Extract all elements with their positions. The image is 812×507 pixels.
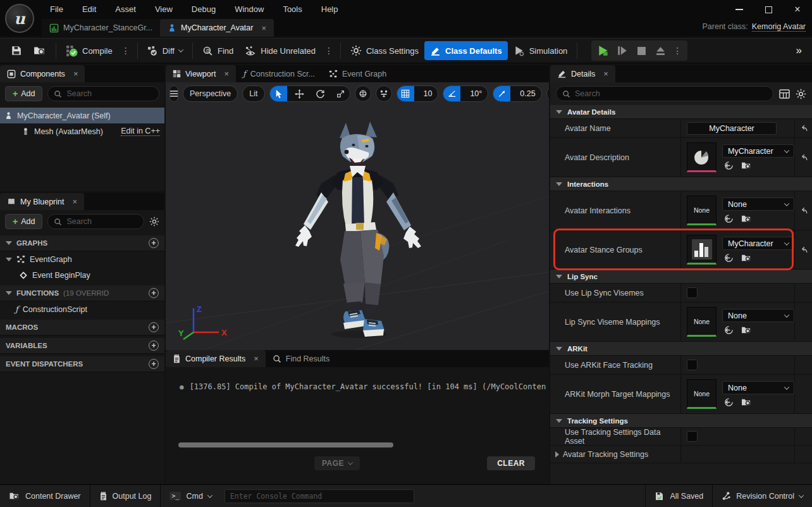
revert-avatar-interactions-button[interactable] xyxy=(795,191,812,230)
select-tool-button[interactable] xyxy=(270,85,287,102)
simulation-button[interactable]: Simulation xyxy=(508,41,574,60)
add-blueprint-item-button[interactable]: + Add xyxy=(5,214,42,229)
browse-to-asset-icon[interactable] xyxy=(741,397,752,407)
revert-avatar-name-button[interactable] xyxy=(795,119,812,137)
arkit-morph-target-mappings-dropdown[interactable]: None xyxy=(722,381,794,394)
add-macro-icon[interactable]: + xyxy=(149,322,159,332)
toolbar-overflow-icon[interactable]: » xyxy=(796,44,807,57)
tab-components[interactable]: Components × xyxy=(0,65,85,82)
diff-button[interactable]: Diff xyxy=(142,41,188,60)
browse-to-asset-icon[interactable] xyxy=(741,325,752,335)
frame-skip-button[interactable] xyxy=(613,42,632,59)
play-options-icon[interactable]: ⋮ xyxy=(670,46,685,56)
graphs-section-header[interactable]: GRAPHS + xyxy=(0,235,164,251)
menu-edit[interactable]: Edit xyxy=(73,0,106,19)
add-dispatcher-icon[interactable]: + xyxy=(149,359,159,369)
browse-to-asset-icon[interactable] xyxy=(741,253,752,263)
close-tab-icon[interactable]: × xyxy=(73,69,78,78)
horizontal-scrollbar[interactable] xyxy=(178,442,393,448)
viewport-3d[interactable]: Perspective Lit xyxy=(166,82,549,350)
angle-snap-value[interactable]: 10° xyxy=(464,89,488,98)
browse-to-asset-icon[interactable] xyxy=(741,161,752,170)
browse-to-asset-icon[interactable] xyxy=(741,214,752,223)
output-log-button[interactable]: Output Log xyxy=(90,485,161,507)
close-button[interactable]: × xyxy=(783,0,812,19)
settings-gear-icon[interactable] xyxy=(149,216,159,227)
revision-control-button[interactable]: Revision Control xyxy=(713,485,812,507)
macros-section-header[interactable]: MACROS + xyxy=(0,320,164,335)
avatar-description-thumbnail[interactable] xyxy=(687,142,717,172)
lip-sync-viseme-mappings-dropdown[interactable]: None xyxy=(722,309,794,322)
revert-avatar-description-button[interactable] xyxy=(795,138,812,177)
compile-options-icon[interactable]: ⋮ xyxy=(118,46,133,56)
details-settings-gear-icon[interactable] xyxy=(796,89,806,99)
menu-file[interactable]: File xyxy=(40,0,73,19)
surface-snap-button[interactable] xyxy=(376,85,392,102)
menu-help[interactable]: Help xyxy=(312,0,348,19)
close-tab-icon[interactable]: × xyxy=(603,69,608,78)
eject-button[interactable] xyxy=(651,42,670,59)
class-defaults-button[interactable]: Class Defaults xyxy=(424,41,508,60)
menu-window[interactable]: Window xyxy=(225,0,273,19)
rotate-tool-button[interactable] xyxy=(312,85,329,102)
event-graph-row[interactable]: EventGraph xyxy=(0,251,164,267)
lip-sync-viseme-mappings-thumbnail[interactable]: None xyxy=(687,307,717,337)
add-function-icon[interactable]: + xyxy=(149,288,159,298)
details-search[interactable] xyxy=(556,86,773,101)
page-dropdown[interactable]: PAGE xyxy=(314,456,360,470)
functions-section-header[interactable]: FUNCTIONS (19 OVERRID + xyxy=(0,285,164,301)
tab-details[interactable]: Details × xyxy=(550,65,615,82)
cmd-dropdown[interactable]: >_ Cmd xyxy=(161,485,220,507)
use-selected-asset-icon[interactable] xyxy=(724,214,734,223)
use-selected-asset-icon[interactable] xyxy=(724,161,734,170)
grid-snap-value[interactable]: 10 xyxy=(418,89,438,98)
close-tab-icon[interactable]: × xyxy=(224,69,229,78)
move-tool-button[interactable] xyxy=(291,85,308,102)
tab-construction-script[interactable]: ƒ Construction Scr... xyxy=(236,65,322,82)
arkit-morph-target-mappings-thumbnail[interactable]: None xyxy=(687,379,717,409)
avatar-description-dropdown[interactable]: MyCharacter xyxy=(722,144,794,158)
close-tab-icon[interactable]: × xyxy=(261,23,266,33)
use-selected-asset-icon[interactable] xyxy=(724,325,734,335)
expand-icon[interactable] xyxy=(555,451,559,458)
clear-button[interactable]: CLEAR xyxy=(487,456,535,470)
camera-speed-control[interactable]: 1 xyxy=(546,85,549,102)
play-button[interactable] xyxy=(594,42,613,59)
add-variable-icon[interactable]: + xyxy=(149,341,159,351)
hide-unrelated-options-icon[interactable]: ⋮ xyxy=(321,46,336,56)
tab-compiler-results[interactable]: Compiler Results × xyxy=(166,350,266,367)
menu-tools[interactable]: Tools xyxy=(273,0,311,19)
section-interactions[interactable]: Interactions xyxy=(550,177,812,191)
angle-snap-toggle[interactable] xyxy=(443,85,460,102)
tab-find-results[interactable]: Find Results xyxy=(266,350,336,367)
component-self-row[interactable]: MyCharacter_Avatar (Self) xyxy=(0,108,164,123)
maximize-button[interactable] xyxy=(754,0,783,19)
scale-tool-button[interactable] xyxy=(333,85,350,102)
details-search-input[interactable] xyxy=(575,89,767,98)
display-filter-icon[interactable] xyxy=(779,89,790,99)
avatar-interactions-dropdown[interactable]: None xyxy=(722,197,794,211)
gizmo-coordinate-button[interactable] xyxy=(355,85,371,102)
event-dispatchers-section-header[interactable]: EVENT DISPATCHERS + xyxy=(0,356,164,372)
minimize-button[interactable] xyxy=(725,0,754,19)
save-button[interactable] xyxy=(5,41,28,60)
use-tracking-settings-checkbox[interactable] xyxy=(687,431,698,442)
components-search-input[interactable] xyxy=(66,89,153,98)
add-component-button[interactable]: + Add xyxy=(5,86,42,101)
construction-script-row[interactable]: ƒ ConstructionScript xyxy=(0,301,164,317)
scale-snap-value[interactable]: 0.25 xyxy=(514,89,541,98)
browse-asset-button[interactable] xyxy=(28,41,52,60)
avatar-name-input[interactable] xyxy=(687,122,777,135)
perspective-dropdown[interactable]: Perspective xyxy=(183,85,238,102)
tab-avatar[interactable]: MyCharacter_Avatar × xyxy=(160,19,274,37)
all-saved-button[interactable]: All Saved xyxy=(646,485,712,507)
section-arkit[interactable]: ARKit xyxy=(550,342,812,356)
compile-button[interactable]: Compile xyxy=(60,41,118,60)
avatar-stance-groups-thumbnail[interactable] xyxy=(687,235,717,265)
use-arkit-face-tracking-checkbox[interactable] xyxy=(687,360,698,370)
parent-class-link[interactable]: Kemorig Avatar xyxy=(752,22,806,32)
console-command-input[interactable] xyxy=(225,489,414,503)
section-lip-sync[interactable]: Lip Sync xyxy=(550,270,812,284)
use-selected-asset-icon[interactable] xyxy=(724,397,734,407)
component-mesh-row[interactable]: Mesh (AvatarMesh) Edit in C++ xyxy=(0,123,164,139)
